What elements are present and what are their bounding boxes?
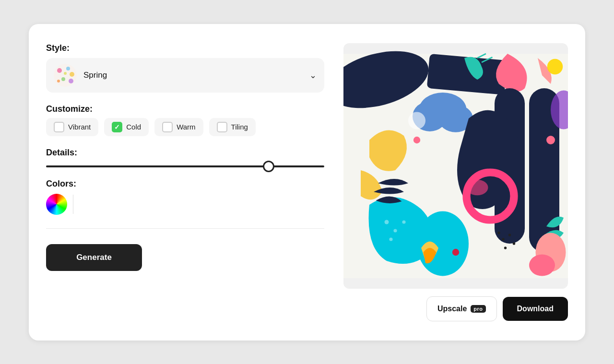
checkmark-cold: ✓: [114, 124, 120, 130]
right-panel: Upscale pro Download: [343, 43, 568, 321]
color-divider: [73, 195, 73, 214]
svg-point-25: [508, 234, 511, 236]
checkbox-vibrant[interactable]: Vibrant: [46, 118, 98, 136]
style-icon: [54, 64, 77, 87]
style-name-text: Spring: [83, 70, 303, 80]
svg-point-22: [413, 136, 420, 143]
download-button[interactable]: Download: [503, 297, 568, 321]
upscale-button[interactable]: Upscale pro: [426, 296, 497, 321]
style-icon-svg: [54, 64, 77, 87]
checkbox-vibrant-box: [54, 122, 64, 132]
color-wheel[interactable]: [46, 194, 67, 215]
color-row: [46, 194, 324, 215]
svg-point-6: [57, 80, 60, 82]
left-panel: Style: Spring ⌄: [46, 43, 324, 321]
svg-point-23: [546, 136, 555, 144]
checkbox-row: Vibrant ✓ Cold Warm Tiling: [46, 118, 324, 136]
pro-badge: pro: [471, 305, 485, 313]
checkbox-tiling-label: Tiling: [231, 123, 248, 131]
details-slider-track[interactable]: [46, 165, 324, 167]
svg-point-5: [69, 79, 73, 83]
checkbox-warm-box: [162, 122, 173, 132]
svg-point-24: [502, 238, 504, 240]
image-container: [343, 43, 568, 289]
svg-point-20: [467, 179, 488, 195]
chevron-down-icon: ⌄: [309, 70, 317, 81]
main-card: Style: Spring ⌄: [29, 24, 585, 341]
svg-point-28: [504, 247, 507, 249]
style-section: Style: Spring ⌄: [46, 43, 324, 93]
customize-section: Customize: Vibrant ✓ Cold Warm: [46, 104, 324, 136]
checkbox-warm-label: Warm: [177, 123, 195, 131]
style-label: Style:: [46, 43, 324, 53]
details-slider-wrapper: [46, 165, 324, 167]
colors-label: Colors:: [46, 179, 324, 189]
svg-point-27: [513, 242, 515, 245]
action-row: Upscale pro Download: [343, 296, 568, 321]
svg-point-3: [70, 72, 74, 77]
customize-label: Customize:: [46, 104, 324, 114]
svg-point-36: [402, 220, 405, 223]
generated-art-svg: [343, 43, 568, 289]
generate-button[interactable]: Generate: [46, 244, 142, 271]
checkbox-tiling-box: [217, 122, 227, 132]
checkbox-warm[interactable]: Warm: [154, 118, 203, 136]
svg-point-7: [64, 72, 67, 75]
colors-section: Colors:: [46, 179, 324, 215]
svg-point-37: [389, 237, 392, 241]
svg-point-1: [57, 68, 62, 73]
svg-point-34: [385, 220, 389, 224]
svg-point-11: [547, 59, 563, 74]
section-divider: [46, 228, 324, 229]
details-section: Details:: [46, 148, 324, 167]
style-dropdown[interactable]: Spring ⌄: [46, 58, 324, 93]
svg-point-21: [417, 211, 469, 276]
checkbox-cold-box: ✓: [112, 122, 122, 132]
svg-point-30: [529, 254, 555, 276]
svg-point-31: [452, 248, 459, 255]
details-label: Details:: [46, 148, 324, 158]
svg-point-2: [66, 67, 70, 70]
checkbox-cold-label: Cold: [126, 123, 141, 131]
svg-point-4: [61, 77, 65, 81]
checkbox-vibrant-label: Vibrant: [68, 123, 91, 131]
checkbox-cold[interactable]: ✓ Cold: [104, 118, 149, 136]
svg-point-35: [393, 229, 397, 232]
svg-point-26: [497, 231, 500, 234]
checkbox-tiling[interactable]: Tiling: [209, 118, 256, 136]
details-slider-thumb[interactable]: [263, 161, 274, 172]
upscale-label: Upscale: [437, 305, 467, 313]
svg-point-33: [408, 112, 425, 129]
